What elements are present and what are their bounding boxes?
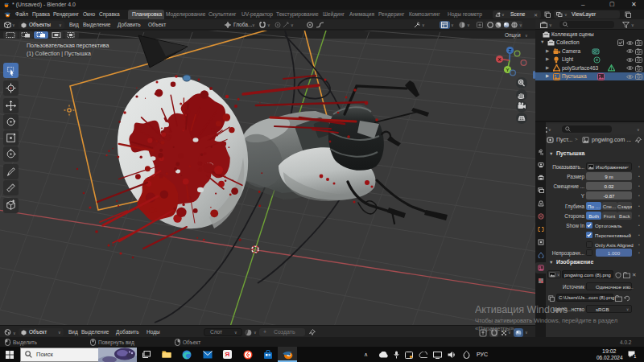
svg-text:Y: Y <box>506 68 509 72</box>
svg-text:1: 1 <box>634 354 636 359</box>
svg-text:X: X <box>497 57 501 62</box>
svg-text:Z: Z <box>509 48 512 53</box>
